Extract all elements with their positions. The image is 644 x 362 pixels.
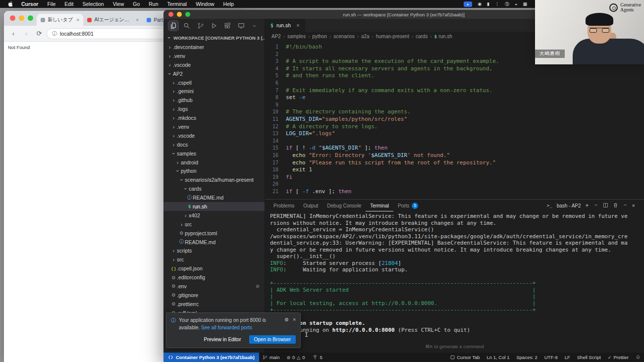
code-line[interactable]: 9	[265, 102, 644, 109]
code-line[interactable]: 16 echo "Error: Directory '$AGENTS_DIR' …	[265, 152, 644, 159]
tree-item-scenarios-a2a-human-present[interactable]: ›scenarios/a2a/human-present	[163, 175, 265, 184]
menu-run[interactable]: Run	[144, 1, 162, 7]
tree-item-.gemini[interactable]: ›.gemini	[163, 87, 265, 96]
tree-item-readme.md[interactable]: ⓘREADME.md	[163, 238, 265, 247]
tree-item-scripts[interactable]: ›scripts	[163, 246, 265, 255]
notification-close-icon[interactable]: ×	[293, 317, 296, 331]
breadcrumb-item-ap2[interactable]: AP2	[271, 34, 281, 39]
code-line[interactable]: 5# and then runs the client.	[265, 72, 644, 80]
breadcrumb-item-run.sh[interactable]: $run.sh	[434, 34, 452, 39]
back-button[interactable]: ‹	[8, 28, 19, 39]
panel-close-icon[interactable]: ×	[632, 203, 635, 208]
screen-mirroring-icon[interactable]: ▸	[464, 1, 472, 7]
panel-tab-terminal[interactable]: Terminal	[366, 200, 393, 211]
activity-remote-icon[interactable]	[236, 21, 246, 31]
tree-item-python[interactable]: ›python	[163, 166, 265, 175]
breadcrumb-item-python[interactable]: python	[312, 34, 327, 39]
cursor-tab-indicator[interactable]: Cursor Tab	[447, 355, 483, 360]
breadcrumb-item-scenarios[interactable]: scenarios	[333, 34, 355, 39]
notifications-bell[interactable]	[632, 355, 644, 360]
menu-window[interactable]: Window	[191, 1, 218, 7]
remote-indicator[interactable]: Container Python 3 (ee7b7af1baab)	[163, 353, 259, 362]
tree-item-src[interactable]: ›src	[163, 220, 265, 229]
menu-selection[interactable]: Selection	[78, 1, 108, 7]
browser-tab[interactable]: AIエージェント×... ×	[83, 14, 143, 26]
code-line[interactable]: 18 exit 1	[265, 166, 644, 174]
preview-in-editor-button[interactable]: Preview in Editor	[202, 335, 243, 344]
encoding-indicator[interactable]: UTF-8	[541, 355, 561, 360]
code-editor[interactable]: 1#!/bin/bash2 3# A script to automate th…	[265, 41, 644, 199]
chevron-down-icon[interactable]	[250, 21, 260, 31]
terminal-session-label[interactable]: bash - AP2	[557, 203, 581, 208]
panel-tab-debug-console[interactable]: Debug Console	[322, 200, 366, 211]
minimize-button[interactable]	[19, 15, 24, 21]
breadcrumb-item-samples[interactable]: samples	[287, 34, 306, 39]
indentation-indicator[interactable]: Spaces: 2	[513, 355, 541, 360]
siri-icon[interactable]: Ⓢ	[505, 2, 509, 6]
tree-item-docs[interactable]: ›docs	[163, 140, 265, 149]
record-icon[interactable]: ◉	[478, 2, 482, 6]
more-icon[interactable]: ⋮	[495, 2, 499, 6]
editor-tab-run-sh[interactable]: $ run.sh ×	[265, 19, 305, 32]
panel-tab-output[interactable]: Output	[299, 200, 322, 211]
tree-item-.editorconfig[interactable]: ⚙.editorconfig	[163, 273, 265, 282]
code-line[interactable]: 6	[265, 80, 644, 87]
code-line[interactable]: 10# The directory containing the agents.	[265, 108, 644, 116]
tree-item-samples[interactable]: ›samples	[163, 149, 265, 158]
zoom-button[interactable]	[185, 12, 190, 17]
new-terminal-icon[interactable]: +	[586, 202, 589, 209]
tree-item-run.sh[interactable]: $run.sh	[163, 202, 265, 211]
tree-item-.github[interactable]: ›.github	[163, 96, 265, 104]
activity-search-icon[interactable]	[182, 21, 192, 31]
window-grid-icon[interactable]: ▦	[523, 2, 527, 6]
code-line[interactable]: 17 echo "Please run this script from the…	[265, 159, 644, 167]
site-info-icon[interactable]: ⓘ	[52, 30, 57, 37]
code-line[interactable]: 15if [ ! -d "$AGENTS_DIR" ]; then	[265, 145, 644, 152]
formatter-indicator[interactable]: ✓ Prettier	[604, 355, 632, 360]
breadcrumb-item-cards[interactable]: cards	[416, 34, 428, 39]
tree-item-.vscode[interactable]: ›.vscode	[163, 131, 265, 140]
eol-indicator[interactable]: LF	[561, 355, 574, 360]
close-button[interactable]	[10, 15, 15, 21]
forward-button[interactable]: ›	[21, 28, 32, 39]
code-line[interactable]: 11AGENTS_DIR="samples/python/src/roles"	[265, 116, 644, 123]
panel-tab-ports[interactable]: Ports5	[393, 200, 423, 211]
breadcrumb-item-human-present[interactable]: human-present	[376, 34, 409, 39]
tree-item-pyproject.toml[interactable]: ⚙pyproject.toml	[163, 229, 265, 238]
notification-settings-icon[interactable]: ⚙	[284, 317, 289, 331]
battery-icon[interactable]: ▮	[487, 2, 489, 6]
panel-tab-problems[interactable]: Problems	[269, 200, 299, 211]
browser-tab[interactable]: 新しいタブ ×	[37, 14, 83, 26]
code-line[interactable]: 12# A directory to store logs.	[265, 123, 644, 131]
tab-close-icon[interactable]: ×	[296, 22, 299, 28]
code-line[interactable]: 13LOG_DIR=".logs"	[265, 130, 644, 138]
apple-menu-icon[interactable]	[4, 1, 17, 7]
tree-item-.gitignore[interactable]: ⚙.gitignore	[163, 291, 265, 300]
tree-item-.vscode[interactable]: ›.vscode	[163, 60, 265, 69]
reload-button[interactable]: ⟳	[34, 28, 45, 39]
breadcrumb-item-a2a[interactable]: a2a	[361, 34, 370, 39]
tree-item-.env[interactable]: ⚙.env⊘	[163, 282, 265, 291]
tree-item-.venv[interactable]: ›.venv	[163, 52, 265, 60]
tree-item-.devcontainer[interactable]: ›.devcontainer	[163, 43, 265, 52]
split-terminal-icon[interactable]	[603, 203, 608, 209]
kill-terminal-icon[interactable]	[613, 203, 618, 209]
activity-explorer-icon[interactable]	[168, 21, 178, 31]
branch-indicator[interactable]: main	[259, 355, 283, 360]
menu-view[interactable]: View	[108, 1, 129, 7]
forwarded-ports-link[interactable]: See all forwarded ports	[201, 325, 252, 330]
chevron-down-icon[interactable]	[593, 203, 598, 208]
menu-app-name[interactable]: Cursor	[17, 1, 43, 7]
code-line[interactable]: 14	[265, 138, 644, 145]
code-line[interactable]: 4# It starts all necessary servers and a…	[265, 65, 644, 73]
tree-item-.cspell[interactable]: ›.cspell	[163, 78, 265, 87]
tab-close-icon[interactable]: ×	[76, 17, 79, 23]
terminal-output[interactable]: PERIMENTAL] InMemoryCredentialService: T…	[265, 211, 644, 353]
code-line[interactable]: 21if [ -f .env ]; then	[265, 188, 644, 196]
tree-item-ap2[interactable]: ›AP2	[163, 69, 265, 78]
menu-edit[interactable]: Edit	[60, 1, 78, 7]
minimize-button[interactable]	[177, 12, 182, 17]
tree-item-readme.md[interactable]: ⓘREADME.md	[163, 193, 265, 202]
tree-item-.logs[interactable]: ›.logs	[163, 104, 265, 113]
activity-extensions-icon[interactable]	[222, 21, 232, 31]
